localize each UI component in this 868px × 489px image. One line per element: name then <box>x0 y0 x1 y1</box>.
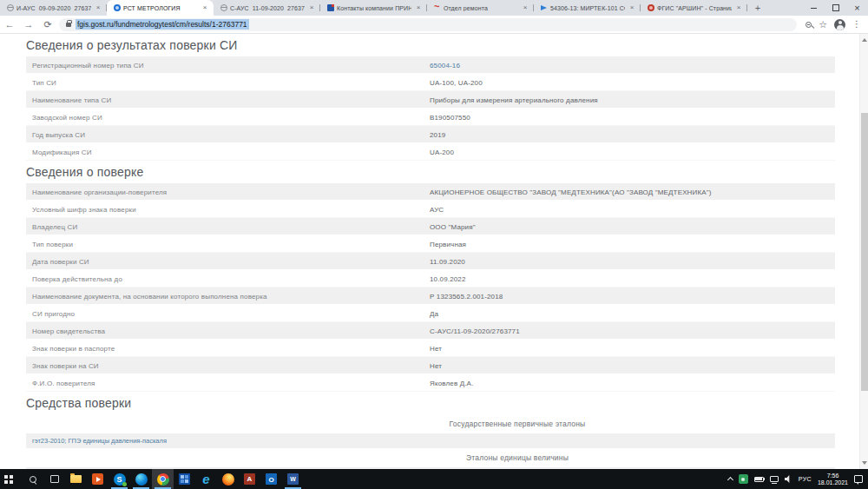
browser-tab[interactable]: Отдел ремонта <box>427 0 534 16</box>
tab-title: Отдел ремонта <box>444 5 518 11</box>
media-player-icon[interactable] <box>87 469 108 489</box>
page-scrollbar[interactable] <box>859 34 868 469</box>
table-row: Наименование организации-поверителя АКЦИ… <box>26 183 835 201</box>
tab-title: Контакты компании ПРИНЦИП <box>337 5 411 11</box>
word-icon[interactable] <box>282 469 304 489</box>
row-value: АУС <box>430 206 835 214</box>
browser-tab[interactable]: Контакты компании ПРИНЦИП <box>320 0 427 16</box>
row-label: Наименование типа СИ <box>26 96 430 104</box>
tab-favicon <box>114 4 121 11</box>
scrollbar-thumb[interactable] <box>861 113 868 391</box>
tab-favicon <box>220 4 227 11</box>
maximize-button[interactable] <box>825 0 846 16</box>
start-icon[interactable] <box>0 469 22 489</box>
browser-menu-icon[interactable] <box>852 20 861 29</box>
browser-tab[interactable]: 54306-13: МИРТЕК-101 Счетчик <box>534 0 641 16</box>
search-icon[interactable] <box>22 469 43 489</box>
browser-tab[interactable]: И-АУС_09-09-2020_2763772.202 <box>0 0 107 16</box>
skype-icon[interactable] <box>108 469 130 489</box>
tab-title: РСТ МЕТРОЛОГИЯ <box>123 5 198 11</box>
verification-table: Наименование организации-поверителя АКЦИ… <box>26 183 835 392</box>
row-label: Регистрационный номер типа СИ <box>26 62 430 69</box>
standards-groups: Государственные первичные эталоны гэт23-… <box>0 414 859 469</box>
row-label: Модификация СИ <box>26 149 430 156</box>
battery-icon[interactable] <box>754 477 764 482</box>
task-view-icon[interactable] <box>43 469 65 489</box>
group-header-row: Эталоны единицы величины <box>0 448 835 467</box>
browser-tab[interactable]: С-АУС_11-09-2020_2763771.202 <box>214 0 320 16</box>
window-controls <box>803 0 868 16</box>
standard-link[interactable]: гэт23-2010; ГПЭ единицы давления-паскаля <box>26 437 167 445</box>
tab-favicon <box>327 4 334 11</box>
standards-group: Эталоны единицы величины 3.2.АУС.0028.20… <box>0 448 859 469</box>
row-value: Р 1323565.2.001-2018 <box>430 293 835 301</box>
tab-close-button[interactable] <box>201 3 209 12</box>
tab-close-button[interactable] <box>521 3 529 12</box>
tab-close-button[interactable] <box>94 3 102 12</box>
network-icon[interactable] <box>770 476 779 482</box>
tab-close-button[interactable] <box>734 3 743 12</box>
section-title-verification-results: Сведения о результатах поверки СИ <box>26 38 859 52</box>
lock-icon <box>66 23 71 27</box>
scroll-up-arrow-icon[interactable] <box>862 38 867 42</box>
scroll-down-arrow-icon[interactable] <box>862 461 867 465</box>
chrome-icon[interactable] <box>152 469 174 489</box>
url-text[interactable]: fgis.gost.ru/fundmetrologytest/cm/result… <box>76 19 249 30</box>
refresh-button[interactable]: ⟳ <box>38 19 57 30</box>
page-content: Сведения о результатах поверки СИ Регист… <box>0 34 859 469</box>
forward-button[interactable]: → <box>19 19 38 30</box>
access-icon[interactable] <box>239 469 260 489</box>
edge-icon[interactable] <box>130 469 152 489</box>
new-tab-button[interactable] <box>751 1 765 15</box>
antivirus-tray-icon[interactable] <box>739 474 748 484</box>
internet-explorer-icon[interactable] <box>195 469 217 489</box>
table-row: Модификация СИ UA-200 <box>26 143 835 161</box>
tab-title: ФГИС "АРШИН" - Страница 15 <box>657 5 732 11</box>
row-label: Поверка действительна до <box>26 275 430 283</box>
zoom-out-icon[interactable] <box>806 22 812 28</box>
browser-toolbar: ← → ⟳ fgis.gost.ru/fundmetrologytest/cm/… <box>0 16 868 34</box>
row-value: UA-200 <box>430 149 835 156</box>
volume-icon[interactable] <box>785 475 792 483</box>
tab-close-button[interactable] <box>307 3 316 12</box>
group-header-label: Эталоны единицы величины <box>0 453 835 462</box>
minimize-button[interactable] <box>803 0 825 16</box>
row-label: Заводской номер СИ <box>26 114 430 122</box>
back-button[interactable]: ← <box>0 19 19 30</box>
row-label: СИ пригодно <box>26 310 430 318</box>
tab-favicon <box>7 4 14 11</box>
row-label: Наименование организации-поверителя <box>26 188 430 196</box>
clock[interactable]: 7:56 18.01.2021 <box>818 472 848 486</box>
group-header-label: Государственные первичные эталоны <box>0 420 835 428</box>
table-row: Владелец СИ ООО "Мария" <box>26 218 835 235</box>
system-tray: РУС 7:56 18.01.2021 <box>728 469 868 489</box>
action-center-icon[interactable] <box>854 475 863 483</box>
outlook-icon[interactable] <box>260 469 282 489</box>
table-row: Наименование типа СИ Приборы для измерен… <box>26 91 835 109</box>
firefox-icon[interactable] <box>217 469 239 489</box>
profile-avatar[interactable] <box>834 19 845 30</box>
tab-title: 54306-13: МИРТЕК-101 Счетчик <box>550 5 625 11</box>
group-link-row: гэт23-2010; ГПЭ единицы давления-паскаля <box>26 433 835 448</box>
tray-date: 18.01.2021 <box>818 479 848 486</box>
tab-close-button[interactable] <box>414 3 423 12</box>
app-grid-icon[interactable] <box>174 469 195 489</box>
file-explorer-icon[interactable] <box>65 469 87 489</box>
table-row: СИ пригодно Да <box>26 305 835 322</box>
close-button[interactable] <box>846 0 868 16</box>
browser-tab[interactable]: РСТ МЕТРОЛОГИЯ <box>107 0 214 16</box>
row-value-link[interactable]: 65004-16 <box>430 62 835 69</box>
table-row: Год выпуска СИ 2019 <box>26 126 835 143</box>
standards-group: Государственные первичные эталоны гэт23-… <box>0 414 859 448</box>
language-indicator[interactable]: РУС <box>799 476 812 482</box>
tray-chevron-up-icon[interactable] <box>727 477 733 483</box>
address-bar[interactable]: fgis.gost.ru/fundmetrologytest/cm/result… <box>59 18 797 31</box>
bookmark-star-icon[interactable] <box>819 20 827 30</box>
tab-favicon <box>541 4 548 11</box>
table-row: Тип СИ UA-100, UA-200 <box>26 74 835 91</box>
row-label: Владелец СИ <box>26 223 430 231</box>
tab-close-button[interactable] <box>628 3 636 12</box>
row-value: Приборы для измерения артериального давл… <box>430 96 835 104</box>
browser-tab[interactable]: ФГИС "АРШИН" - Страница 15 <box>641 0 747 16</box>
table-row: Дата поверки СИ 11.09.2020 <box>26 253 835 270</box>
